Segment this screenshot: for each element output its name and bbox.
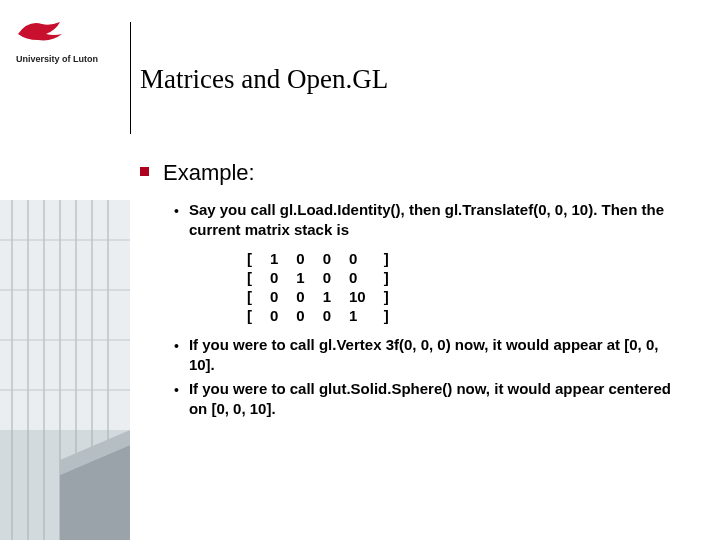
bracket: ] xyxy=(375,249,398,268)
cell: 10 xyxy=(340,287,375,306)
cell: 0 xyxy=(261,268,287,287)
bracket: ] xyxy=(375,287,398,306)
example-label: Example: xyxy=(163,160,255,186)
title-divider xyxy=(130,22,131,134)
example-row: Example: xyxy=(140,160,680,186)
cell: 1 xyxy=(261,249,287,268)
cell: 0 xyxy=(314,268,340,287)
sub-bullet-2: • If you were to call gl.Vertex 3f(0, 0,… xyxy=(174,335,680,376)
sub-bullet-3-text: If you were to call glut.Solid.Sphere() … xyxy=(189,379,680,420)
matrix-row: [ 0 1 0 0 ] xyxy=(238,268,398,287)
bracket: [ xyxy=(238,268,261,287)
dot-bullet-icon: • xyxy=(174,336,179,356)
matrix-row: [ 1 0 0 0 ] xyxy=(238,249,398,268)
bracket: ] xyxy=(375,306,398,325)
sub-bullet-3: • If you were to call glut.Solid.Sphere(… xyxy=(174,379,680,420)
matrix-block: [ 1 0 0 0 ] [ 0 1 0 0 ] xyxy=(238,249,680,325)
cell: 1 xyxy=(287,268,313,287)
dot-bullet-icon: • xyxy=(174,380,179,400)
university-logo xyxy=(16,18,64,48)
cell: 1 xyxy=(314,287,340,306)
sub-bullet-2-text: If you were to call gl.Vertex 3f(0, 0, 0… xyxy=(189,335,680,376)
matrix-row: [ 0 0 1 10 ] xyxy=(238,287,398,306)
cell: 0 xyxy=(261,287,287,306)
cell: 0 xyxy=(340,249,375,268)
square-bullet-icon xyxy=(140,167,149,176)
dot-bullet-icon: • xyxy=(174,201,179,221)
bracket: [ xyxy=(238,249,261,268)
matrix-row: [ 0 0 0 1 ] xyxy=(238,306,398,325)
sub-bullet-1: • Say you call gl.Load.Identity(), then … xyxy=(174,200,680,241)
sub-bullets: • Say you call gl.Load.Identity(), then … xyxy=(174,200,680,420)
background-building-image xyxy=(0,200,130,540)
cell: 0 xyxy=(287,249,313,268)
cell: 0 xyxy=(261,306,287,325)
cell: 0 xyxy=(287,306,313,325)
university-name: University of Luton xyxy=(16,54,98,64)
bracket: ] xyxy=(375,268,398,287)
cell: 0 xyxy=(287,287,313,306)
bracket: [ xyxy=(238,306,261,325)
slide: University of Luton Matrices and Open.GL… xyxy=(0,0,720,540)
cell: 1 xyxy=(340,306,375,325)
sub-bullet-1-text: Say you call gl.Load.Identity(), then gl… xyxy=(189,200,680,241)
dove-icon xyxy=(16,18,64,44)
cell: 0 xyxy=(314,249,340,268)
content-area: Example: • Say you call gl.Load.Identity… xyxy=(140,160,680,424)
bracket: [ xyxy=(238,287,261,306)
matrix-table: [ 1 0 0 0 ] [ 0 1 0 0 ] xyxy=(238,249,398,325)
cell: 0 xyxy=(314,306,340,325)
cell: 0 xyxy=(340,268,375,287)
slide-title: Matrices and Open.GL xyxy=(140,64,388,95)
